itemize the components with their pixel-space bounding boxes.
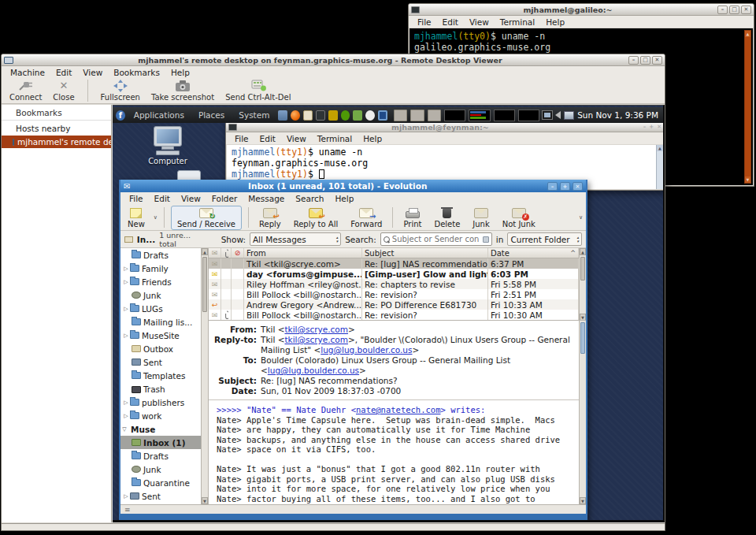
minimize-button[interactable]: – [547, 182, 558, 191]
vnc-applet-icon[interactable] [378, 110, 387, 121]
scroll-up-icon[interactable]: ▲ [745, 31, 750, 37]
system-menu[interactable]: System [233, 110, 275, 120]
galileo-scrollbar[interactable]: ▲ ▼ [744, 30, 751, 184]
folder-publishers[interactable]: ▷publishers [120, 396, 208, 409]
reply-to-all-button[interactable]: ↩ Reply to All [290, 206, 343, 229]
search-scope-combo[interactable]: Current Folder ▴▾ [507, 232, 582, 246]
computer-launcher-icon[interactable] [278, 110, 287, 121]
reply-button[interactable]: ↩ Reply [255, 206, 285, 229]
toolbar-overflow-chevron[interactable]: ∨ [579, 214, 583, 221]
folder-junk2[interactable]: Junk [120, 463, 208, 476]
scrollbar-thumb[interactable] [580, 322, 585, 354]
maximize-button[interactable]: □ [640, 56, 650, 65]
new-dropdown-chevron[interactable]: ∨ [154, 214, 158, 221]
menu-message[interactable]: Message [243, 193, 290, 204]
account-muse[interactable]: ▽Muse [120, 422, 208, 436]
close-button[interactable]: ✕ [657, 124, 662, 130]
applications-menu[interactable]: Applications [128, 110, 190, 120]
firefox-launcher-icon[interactable] [291, 110, 300, 121]
minimize-button[interactable]: – [717, 6, 728, 14]
new-button[interactable]: New [124, 206, 149, 229]
menu-folder[interactable]: Folder [206, 193, 243, 204]
galileo-titlebar[interactable]: mjhammel@galileo:~ – □ ✕ [409, 4, 754, 16]
important-column-icon[interactable]: ⊘ [232, 248, 244, 258]
runner-applet-icon[interactable] [353, 110, 362, 121]
connect-button[interactable]: Connect [9, 79, 42, 102]
show-filter-combo[interactable]: All Messages ▴▾ [250, 232, 341, 246]
minimize-button[interactable]: – [628, 56, 639, 65]
folder-work[interactable]: ▷work [120, 409, 208, 422]
minimize-button[interactable]: – [643, 124, 647, 130]
scroll-down-icon[interactable]: ▼ [745, 176, 750, 183]
email-link[interactable]: lug@lug.boulder.co.us [321, 345, 412, 355]
menu-help[interactable]: Help [540, 17, 570, 28]
date-column-header[interactable]: Date^ [488, 248, 579, 258]
hosts-nearby-group[interactable]: Hosts nearby [2, 121, 111, 136]
preview-scrollbar[interactable]: ▼ [579, 321, 586, 504]
scroll-up-icon[interactable]: ▲ [657, 145, 663, 151]
folder-trash[interactable]: Trash [120, 382, 208, 396]
feynman-titlebar[interactable]: mjhammel@feynman:~ – + ✕ [226, 122, 664, 132]
menu-search[interactable]: Search [290, 193, 329, 204]
computer-desktop-icon[interactable]: Computer [136, 126, 199, 165]
folder-scrollbar[interactable]: ▲▼ [201, 248, 208, 504]
menu-machine[interactable]: Machine [5, 67, 50, 78]
close-connection-button[interactable]: ✕ Close [53, 79, 74, 102]
email-link[interactable]: tkil@scrye.com [284, 325, 348, 334]
feynman-scrollbar[interactable]: ▲ [656, 145, 663, 189]
scrollbar-thumb[interactable] [202, 257, 207, 312]
not-junk-button[interactable]: ✗ Not Junk [498, 206, 539, 229]
terminal-launcher-icon[interactable] [316, 110, 325, 121]
menu-help[interactable]: Help [329, 193, 359, 204]
message-row[interactable]: ✉ Bill Pollock <bill@nostarch....Re: rev… [209, 289, 579, 299]
workspace-3[interactable] [494, 110, 515, 121]
window-list-button[interactable] [394, 110, 407, 121]
close-button[interactable]: ✕ [741, 6, 751, 14]
menu-edit[interactable]: Edit [437, 17, 464, 28]
maximize-button[interactable]: + [560, 182, 570, 191]
folder-tab-label[interactable]: In... [137, 235, 155, 244]
fedora-menu-icon[interactable]: f [116, 110, 125, 121]
message-row-selected[interactable]: ✉ Tkil <tkil@scrye.com>Re: [lug] NAS rec… [209, 258, 579, 269]
menu-view[interactable]: View [464, 17, 495, 28]
close-button[interactable]: ✕ [573, 182, 583, 191]
menu-file[interactable]: File [412, 17, 437, 28]
read-status-column-icon[interactable]: ✉ [209, 248, 221, 258]
email-link[interactable]: nate@natetech.com [356, 405, 440, 414]
rdv-titlebar[interactable]: mjhammel's remote desktop on feynman.gra… [2, 54, 665, 66]
close-button[interactable]: ✕ [652, 56, 662, 65]
junk-button[interactable]: Junk [469, 206, 493, 229]
take-screenshot-button[interactable]: Take screenshot [151, 79, 214, 102]
bookmark-item-selected[interactable]: mjhammel's remote des... [2, 136, 111, 148]
menu-edit[interactable]: Edit [50, 67, 77, 78]
menu-bookmarks[interactable]: Bookmarks [108, 67, 165, 78]
folder-mailing-lists[interactable]: Mailing lis... [120, 315, 208, 329]
workspace-1[interactable] [444, 110, 465, 121]
menu-edit[interactable]: Edit [149, 193, 176, 204]
folder-family[interactable]: ▷Family [120, 262, 208, 275]
message-row-replied[interactable]: ↩ Andrew Gregory <Andrew....Re: PO Diffe… [209, 299, 579, 310]
menu-edit[interactable]: Edit [254, 133, 281, 144]
search-input[interactable] [392, 235, 480, 243]
menu-file[interactable]: File [229, 133, 254, 144]
maximize-button[interactable]: + [649, 124, 654, 130]
message-row-unread[interactable]: ✉ day <forums@gimpuse...[Gimp-user] Glow… [209, 269, 579, 279]
delete-button[interactable]: Delete [430, 206, 464, 229]
menu-terminal[interactable]: Terminal [312, 133, 358, 144]
folder-friends[interactable]: ▷Friends [120, 275, 208, 288]
clear-search-icon[interactable] [483, 236, 489, 243]
forward-button[interactable]: → Forward [346, 206, 386, 229]
message-row[interactable]: ✉ Riley Hoffman <riley@nost...Re: chapte… [209, 279, 579, 289]
scrollbar-thumb[interactable] [580, 257, 585, 281]
folder-inbox-selected[interactable]: Inbox (1) [120, 436, 208, 449]
folder-templates[interactable]: Templates [120, 369, 208, 382]
workspace-4[interactable] [518, 110, 539, 121]
from-column-header[interactable]: From [244, 248, 362, 258]
send-ctrl-alt-del-button[interactable]: Send Ctrl-Alt-Del [225, 79, 291, 102]
evolution-launcher-icon[interactable] [303, 110, 313, 121]
evolution-titlebar[interactable]: ✉ Inbox (1 unread, 101 total) - Evolutio… [120, 180, 586, 192]
menu-file[interactable]: File [124, 193, 149, 204]
folder-sent2[interactable]: ▷Sent [120, 489, 208, 503]
power-applet-icon[interactable] [365, 110, 375, 121]
panel-clock[interactable]: Sun Nov 1, 9:36 PM [577, 110, 660, 120]
